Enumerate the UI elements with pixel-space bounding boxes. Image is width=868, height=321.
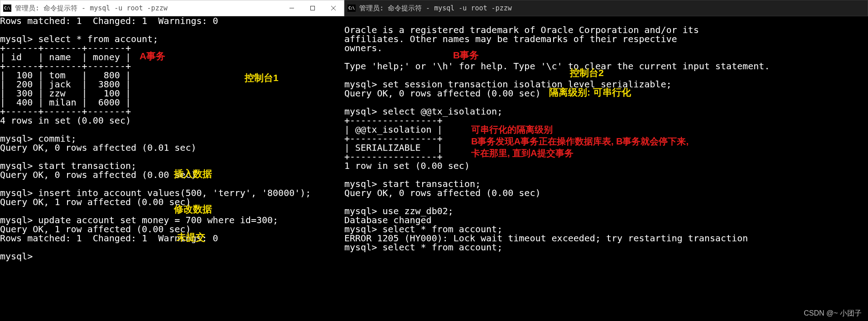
terminal-1-output: Rows matched: 1 Changed: 1 Warnings: 0 m…: [0, 16, 344, 261]
title-text-1: 管理员: 命令提示符 - mysql -u root -pzzw: [13, 4, 280, 13]
annot-b-txn: B事务: [453, 51, 479, 60]
terminal-2-output: Oracle is a registered trademark of Orac…: [344, 16, 868, 252]
console-window-2: C:\ 管理员: 命令提示符 - mysql -u root -pzzw Ora…: [344, 0, 868, 321]
annot-expl-3: 卡在那里, 直到A提交事务: [471, 149, 574, 158]
cmd-icon: C:\: [347, 5, 356, 12]
titlebar-1[interactable]: C:\ 管理员: 命令提示符 - mysql -u root -pzzw: [0, 0, 344, 16]
annot-expl-2: B事务发现A事务正在操作数据库表, B事务就会停下来,: [471, 137, 689, 146]
close-button[interactable]: [323, 0, 344, 16]
annot-insert: 插入数据: [174, 169, 212, 178]
console-window-1: C:\ 管理员: 命令提示符 - mysql -u root -pzzw Row…: [0, 0, 344, 321]
annot-console1: 控制台1: [245, 73, 279, 82]
annot-a-txn: A事务: [140, 52, 165, 61]
terminal-2[interactable]: Oracle is a registered trademark of Orac…: [344, 16, 868, 321]
titlebar-2[interactable]: C:\ 管理员: 命令提示符 - mysql -u root -pzzw: [344, 0, 868, 16]
cmd-icon: C:\: [3, 5, 11, 12]
watermark: CSDN @~ 小团子: [804, 309, 862, 318]
annot-iso-level: 隔离级别: 可串行化: [549, 88, 631, 97]
minimize-button[interactable]: [281, 0, 302, 16]
annot-console2: 控制台2: [570, 68, 604, 77]
title-text-2: 管理员: 命令提示符 - mysql -u root -pzzw: [357, 4, 868, 13]
maximize-button[interactable]: [302, 0, 323, 16]
annot-expl-1: 可串行化的隔离级别: [471, 125, 553, 134]
annot-uncommitted: 未提交: [177, 233, 205, 242]
annot-modify: 修改数据: [174, 205, 212, 214]
terminal-1[interactable]: Rows matched: 1 Changed: 1 Warnings: 0 m…: [0, 16, 344, 321]
svg-rect-1: [311, 6, 315, 10]
